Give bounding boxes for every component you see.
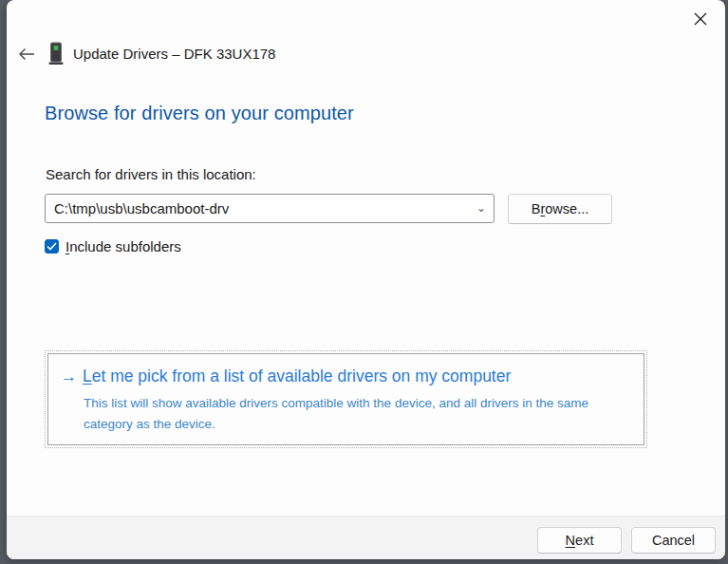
page-heading: Browse for drivers on your computer (45, 103, 354, 124)
close-button[interactable] (687, 6, 714, 32)
device-driver-icon (47, 42, 65, 70)
back-button[interactable] (12, 40, 41, 68)
checkmark-icon (47, 242, 57, 251)
right-arrow-icon: → (61, 367, 77, 386)
subfolders-label: Include subfolders (65, 238, 181, 254)
update-drivers-dialog: Update Drivers – DFK 33UX178 Browse for … (7, 0, 725, 559)
let-me-pick-option[interactable]: → Let me pick from a list of available d… (47, 353, 644, 445)
cancel-button[interactable]: Cancel (631, 527, 716, 554)
browse-button[interactable]: Browse... (508, 194, 612, 224)
driver-path-combobox[interactable]: ⌄ (45, 194, 495, 223)
dialog-title: Update Drivers – DFK 33UX178 (73, 46, 275, 62)
location-label: Search for drivers in this location: (46, 166, 256, 182)
back-arrow-icon (18, 47, 35, 61)
driver-path-input[interactable] (46, 200, 469, 216)
wizard-header: Update Drivers – DFK 33UX178 (7, 38, 725, 72)
subfolders-checkbox[interactable] (45, 239, 59, 254)
dialog-footer: Next Cancel (7, 516, 725, 559)
close-icon (694, 12, 707, 26)
next-button[interactable]: Next (537, 527, 622, 554)
let-me-pick-label: Let me pick from a list of available dri… (83, 367, 511, 386)
let-me-pick-description: This list will show available drivers co… (84, 393, 629, 434)
include-subfolders-row[interactable]: Include subfolders (45, 238, 181, 254)
chevron-down-icon[interactable]: ⌄ (469, 195, 494, 222)
